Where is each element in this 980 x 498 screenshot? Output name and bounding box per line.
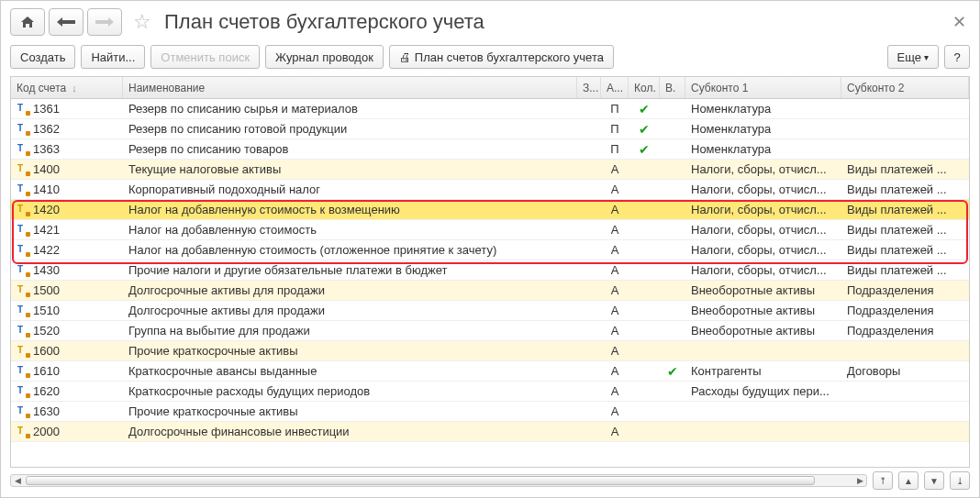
col-z[interactable]: З... xyxy=(577,77,601,98)
cancel-find-button[interactable]: Отменить поиск xyxy=(150,45,260,69)
code-text: 1620 xyxy=(33,384,60,398)
nav-group xyxy=(10,8,122,36)
scroll-up-button[interactable]: ▲ xyxy=(898,471,919,490)
cell-s1: Номенклатура xyxy=(685,119,841,138)
table-row[interactable]: 1500Долгосрочные активы для продажиАВнео… xyxy=(11,281,969,301)
table-row[interactable]: 1620Краткосрочные расходы будущих период… xyxy=(11,382,969,402)
cell-s1 xyxy=(685,341,841,360)
forward-button[interactable] xyxy=(87,8,122,36)
code-text: 1500 xyxy=(33,283,60,297)
home-icon xyxy=(20,16,35,28)
col-s1[interactable]: Субконто 1 xyxy=(685,77,841,98)
header: ☆ План счетов бухгалтерского учета ✕ xyxy=(10,8,970,36)
col-name[interactable]: Наименование xyxy=(123,77,577,98)
table-row[interactable]: 1363Резерв по списанию товаровП✔Номенкла… xyxy=(11,139,969,160)
cell-s1: Внеоборотные активы xyxy=(685,321,841,340)
cell-kol xyxy=(629,341,660,360)
find-button[interactable]: Найти... xyxy=(81,45,145,69)
code-text: 1610 xyxy=(33,364,60,378)
col-s2[interactable]: Субконто 2 xyxy=(841,77,969,98)
scroll-bottom-button[interactable]: ⤓ xyxy=(950,471,970,490)
cell-a: А xyxy=(601,321,629,340)
table-row[interactable]: 1420Налог на добавленную стоимость к воз… xyxy=(11,200,969,220)
table-row[interactable]: 1600Прочие краткосрочные активыА xyxy=(11,341,969,361)
cell-name: Прочие налоги и другие обязательные плат… xyxy=(123,260,577,280)
scroll-thumb[interactable] xyxy=(26,476,815,485)
col-v[interactable]: В. xyxy=(660,77,685,98)
help-button[interactable]: ? xyxy=(944,45,970,69)
cell-z xyxy=(577,402,601,421)
cell-name: Текущие налоговые активы xyxy=(123,160,577,179)
cell-code: 1430 xyxy=(11,260,123,280)
table-row[interactable]: 1630Прочие краткосрочные активыА xyxy=(11,402,969,422)
cell-z xyxy=(577,119,601,138)
cell-a: П xyxy=(601,139,629,159)
cell-code: 1363 xyxy=(11,139,123,159)
table-row[interactable]: 1410Корпоративный подоходный налогАНалог… xyxy=(11,180,969,200)
table-row[interactable]: 1400Текущие налоговые активыАНалоги, сбо… xyxy=(11,160,969,180)
table-row[interactable]: 1430Прочие налоги и другие обязательные … xyxy=(11,260,969,281)
cell-code: 1362 xyxy=(11,119,123,138)
home-button[interactable] xyxy=(10,8,45,36)
cell-kol xyxy=(629,402,660,421)
table-row[interactable]: 1361Резерв по списанию сырья и материало… xyxy=(11,99,969,119)
create-button[interactable]: Создать xyxy=(10,45,75,69)
cell-kol xyxy=(629,240,660,260)
cell-name: Резерв по списанию товаров xyxy=(123,139,577,159)
cell-s1: Налоги, сборы, отчисл... xyxy=(685,260,841,280)
cell-code: 1610 xyxy=(11,361,123,381)
cell-name: Долгосрочные активы для продажи xyxy=(123,301,577,320)
table-row[interactable]: 1362Резерв по списанию готовой продукции… xyxy=(11,119,969,139)
table-row[interactable]: 1610Краткосрочные авансы выданныеА✔Контр… xyxy=(11,361,969,382)
table-row[interactable]: 1510Долгосрочные активы для продажиАВнео… xyxy=(11,301,969,321)
grid-body: 1361Резерв по списанию сырья и материало… xyxy=(11,99,969,467)
cell-s1: Расходы будущих пери... xyxy=(685,382,841,401)
cell-a: А xyxy=(601,422,629,441)
account-icon xyxy=(17,124,29,135)
close-button[interactable]: ✕ xyxy=(952,12,966,32)
horizontal-scrollbar[interactable]: ◀ ▶ xyxy=(10,474,867,487)
code-text: 1520 xyxy=(33,324,60,338)
cell-s1: Контрагенты xyxy=(685,361,841,381)
code-text: 1363 xyxy=(33,142,60,156)
check-icon: ✔ xyxy=(639,142,650,157)
scroll-top-button[interactable]: ⤒ xyxy=(873,471,893,490)
cell-s2 xyxy=(841,99,969,118)
check-icon: ✔ xyxy=(639,102,650,116)
account-group-icon xyxy=(17,346,29,357)
cell-name: Налог на добавленную стоимость xyxy=(123,220,577,239)
grid: Код счета Наименование З... А... Кол. В.… xyxy=(10,76,970,468)
cell-z xyxy=(577,180,601,199)
scroll-down-button[interactable]: ▼ xyxy=(924,471,944,490)
cell-v xyxy=(660,119,685,138)
cell-s2: Подразделения xyxy=(841,301,969,320)
table-row[interactable]: 1422Налог на добавленную стоимость (отло… xyxy=(11,240,969,260)
cell-z xyxy=(577,422,601,441)
col-a[interactable]: А... xyxy=(601,77,629,98)
cell-s2: Виды платежей ... xyxy=(841,200,969,219)
cell-s1: Внеоборотные активы xyxy=(685,281,841,300)
table-row[interactable]: 2000Долгосрочные финансовые инвестицииА xyxy=(11,422,969,442)
col-kol[interactable]: Кол. xyxy=(629,77,660,98)
cell-a: А xyxy=(601,260,629,280)
cell-s1 xyxy=(685,402,841,421)
cell-v xyxy=(660,382,685,401)
account-icon xyxy=(17,184,29,195)
table-row[interactable]: 1421Налог на добавленную стоимостьАНалог… xyxy=(11,220,969,240)
col-code[interactable]: Код счета xyxy=(11,77,123,98)
print-plan-button[interactable]: 🖨 План счетов бухгалтерского учета xyxy=(389,45,614,69)
code-text: 1422 xyxy=(33,243,60,257)
cell-s2 xyxy=(841,382,969,401)
cell-z xyxy=(577,341,601,360)
favorite-icon[interactable]: ☆ xyxy=(133,10,151,34)
back-button[interactable] xyxy=(49,8,84,36)
journal-button[interactable]: Журнал проводок xyxy=(265,45,384,69)
cell-kol: ✔ xyxy=(629,99,660,118)
cell-v xyxy=(660,240,685,260)
code-text: 2000 xyxy=(33,425,60,438)
table-row[interactable]: 1520Группа на выбытие для продажиАВнеобо… xyxy=(11,321,969,341)
cell-z xyxy=(577,139,601,159)
cell-v xyxy=(660,180,685,199)
cell-kol xyxy=(629,220,660,239)
more-button[interactable]: Еще xyxy=(887,45,939,69)
